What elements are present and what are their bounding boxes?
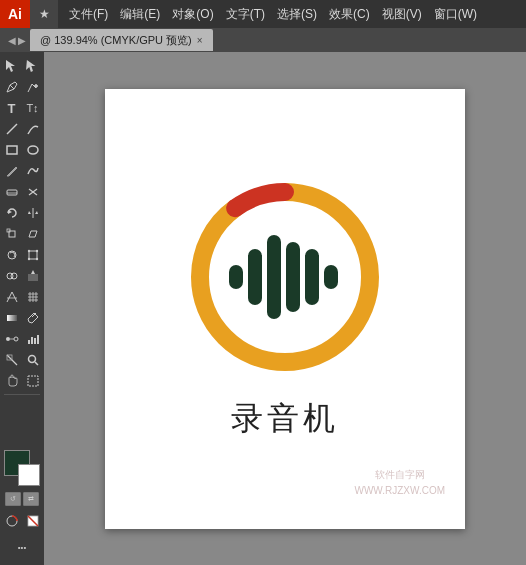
tool-row-type: T T↕ (2, 98, 43, 118)
mini-color-tools: ↺ ⇄ (5, 492, 39, 506)
rotate-tool[interactable] (2, 203, 22, 223)
svg-line-4 (7, 124, 17, 134)
svg-rect-49 (28, 376, 38, 386)
ai-logo: Ai (0, 0, 30, 28)
rectangle-tool[interactable] (2, 140, 22, 160)
home-star-icon[interactable]: ★ (30, 0, 58, 28)
menu-select[interactable]: 选择(S) (272, 4, 322, 25)
scale-tool[interactable] (2, 224, 22, 244)
svg-rect-60 (305, 249, 319, 305)
shear-tool[interactable] (23, 224, 43, 244)
svg-rect-59 (286, 242, 300, 312)
svg-line-28 (12, 292, 17, 302)
svg-point-22 (35, 258, 37, 260)
main-content: T T↕ (0, 52, 526, 565)
menu-type[interactable]: 文字(T) (221, 4, 270, 25)
svg-marker-0 (6, 60, 15, 72)
svg-line-48 (35, 362, 38, 365)
more-tools-button[interactable]: ••• (12, 537, 32, 557)
pencil-tool[interactable] (2, 161, 22, 181)
document-tab[interactable]: @ 139.94% (CMYK/GPU 预览) × (30, 29, 213, 51)
zoom-tool[interactable] (23, 350, 43, 370)
color-swatch-area (4, 450, 40, 486)
type-tool[interactable]: T (2, 98, 22, 118)
tool-row-blend (2, 329, 43, 349)
logo-graphic (185, 177, 385, 377)
tool-row-line (2, 119, 43, 139)
menu-view[interactable]: 视图(V) (377, 4, 427, 25)
shape-builder-tool[interactable] (2, 266, 22, 286)
arc-tool[interactable] (23, 119, 43, 139)
eraser-tool[interactable] (2, 182, 22, 202)
tool-row-rotate (2, 203, 43, 223)
tool-row-pen (2, 77, 43, 97)
menu-effect[interactable]: 效果(C) (324, 4, 375, 25)
svg-point-24 (11, 273, 17, 279)
tab-close-button[interactable]: × (197, 35, 203, 46)
tool-row-gradient (2, 308, 43, 328)
gradient-tool[interactable] (2, 308, 22, 328)
menu-window[interactable]: 窗口(W) (429, 4, 482, 25)
svg-point-38 (6, 337, 10, 341)
tab-scroll-arrows[interactable]: ◀▶ (4, 35, 30, 46)
svg-point-21 (27, 258, 29, 260)
logo-label: 录音机 (231, 397, 339, 441)
left-toolbar: T T↕ (0, 52, 44, 565)
warp-tool[interactable] (2, 245, 22, 265)
tool-row-scale (2, 224, 43, 244)
menu-file[interactable]: 文件(F) (64, 4, 113, 25)
canvas-area: 录音机 软件自字网 WWW.RJZXW.COM (44, 52, 526, 565)
live-paint-tool[interactable] (23, 266, 43, 286)
blend-tool[interactable] (2, 329, 22, 349)
logo-container: 录音机 (185, 177, 385, 441)
artboard-tool[interactable] (23, 371, 43, 391)
menu-object[interactable]: 对象(O) (167, 4, 218, 25)
direct-selection-tool[interactable] (23, 56, 43, 76)
reflect-tool[interactable] (23, 203, 43, 223)
none-button[interactable] (23, 511, 43, 531)
watermark-line2: WWW.RJZXW.COM (354, 483, 445, 499)
svg-rect-44 (37, 335, 39, 344)
svg-rect-41 (28, 340, 30, 344)
svg-point-20 (35, 250, 37, 252)
toolbar-divider (4, 394, 40, 395)
scissors-tool[interactable] (23, 182, 43, 202)
background-color[interactable] (18, 464, 40, 486)
tab-label: @ 139.94% (CMYK/GPU 预览) (40, 33, 192, 48)
ellipse-tool[interactable] (23, 140, 43, 160)
svg-rect-43 (34, 338, 36, 344)
column-chart-tool[interactable] (23, 329, 43, 349)
selection-tool[interactable] (2, 56, 22, 76)
svg-rect-7 (7, 190, 17, 195)
tool-row-shape-builder (2, 266, 43, 286)
slice-tool[interactable] (2, 350, 22, 370)
default-colors-button[interactable]: ↺ (5, 492, 21, 506)
eyedropper-tool[interactable] (23, 308, 43, 328)
menu-edit[interactable]: 编辑(E) (115, 4, 165, 25)
free-transform-tool[interactable] (23, 245, 43, 265)
hand-tool[interactable] (2, 371, 22, 391)
svg-rect-25 (28, 274, 38, 281)
add-anchor-tool[interactable] (23, 77, 43, 97)
tab-bar: ◀▶ @ 139.94% (CMYK/GPU 预览) × (0, 28, 526, 52)
swap-colors-button[interactable]: ⇄ (23, 492, 39, 506)
artboard: 录音机 软件自字网 WWW.RJZXW.COM (105, 89, 465, 529)
svg-marker-14 (35, 211, 38, 214)
svg-marker-13 (28, 211, 31, 214)
pen-tool[interactable] (2, 77, 22, 97)
vertical-type-tool[interactable]: T↕ (23, 98, 43, 118)
line-segment-tool[interactable] (2, 119, 22, 139)
tool-row-rect (2, 140, 43, 160)
mesh-tool[interactable] (23, 287, 43, 307)
svg-marker-11 (8, 210, 12, 214)
perspective-grid-tool[interactable] (2, 287, 22, 307)
tool-row-perspective (2, 287, 43, 307)
svg-point-6 (28, 146, 38, 154)
svg-rect-36 (7, 315, 17, 321)
svg-point-47 (28, 356, 35, 363)
svg-rect-61 (324, 265, 338, 289)
smooth-tool[interactable] (23, 161, 43, 181)
color-button[interactable] (2, 511, 22, 531)
svg-rect-42 (31, 337, 33, 344)
watermark: 软件自字网 WWW.RJZXW.COM (354, 467, 445, 499)
